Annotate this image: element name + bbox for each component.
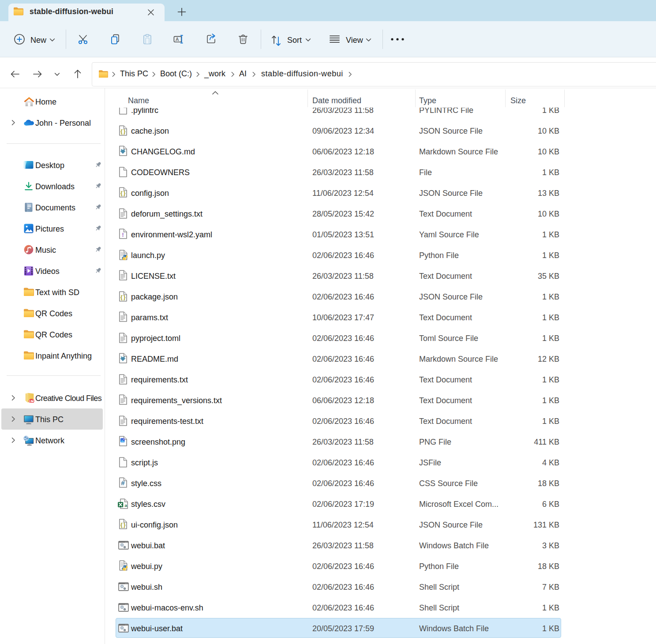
svg-text:!: ! bbox=[122, 232, 124, 238]
svg-text:{: { bbox=[120, 128, 123, 135]
svg-text:}: } bbox=[124, 190, 126, 196]
svg-text:}: } bbox=[124, 128, 126, 135]
svg-text:#: # bbox=[121, 479, 125, 487]
svg-text:{: { bbox=[120, 522, 123, 528]
svg-text:}: } bbox=[124, 294, 126, 300]
svg-text:A: A bbox=[176, 37, 179, 42]
svg-text:{: { bbox=[120, 294, 123, 300]
svg-text:a: a bbox=[125, 503, 127, 508]
svg-text:{: { bbox=[120, 190, 123, 196]
svg-text:}: } bbox=[124, 522, 126, 528]
